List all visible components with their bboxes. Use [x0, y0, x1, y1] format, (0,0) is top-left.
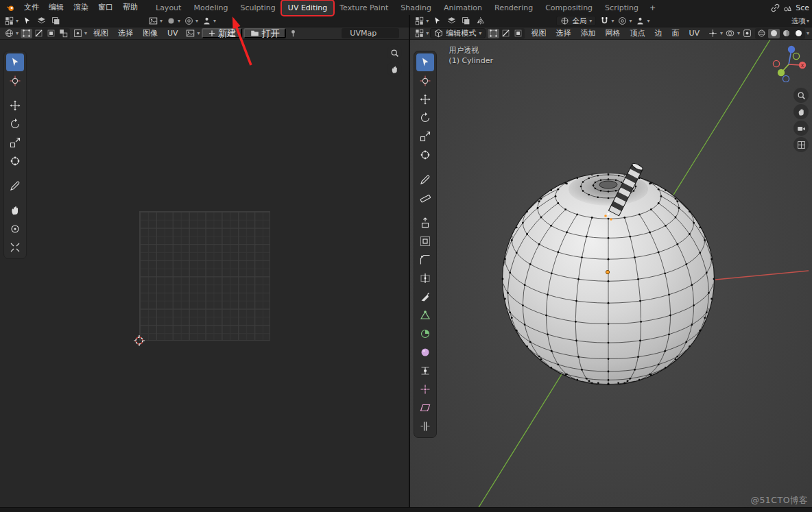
topbar-menu-文件[interactable]: 文件 — [19, 1, 44, 14]
pan-button[interactable] — [387, 62, 402, 77]
camera-view-button[interactable] — [793, 121, 809, 136]
uv-image-browse-dropdown[interactable]: ▾ — [184, 28, 200, 39]
v3d-tool-display[interactable]: ▾ — [413, 16, 429, 27]
orientation-dropdown[interactable]: 全局 ▾ — [556, 16, 596, 26]
tool-shrink-flatten[interactable] — [416, 380, 434, 398]
shading-material-button[interactable] — [780, 29, 792, 38]
vertex-select-button[interactable] — [488, 29, 499, 38]
workspace-tab-scripting[interactable]: Scripting — [599, 1, 645, 15]
open-image-button[interactable]: 打开 — [243, 28, 286, 38]
overlays-dropdown[interactable]: ▾ — [724, 28, 740, 39]
v3d-menu-边[interactable]: 边 — [649, 27, 667, 40]
tool-move[interactable] — [6, 97, 24, 114]
uv-sticky-select-dropdown[interactable]: ▾ — [71, 28, 87, 39]
workspace-tab-shading[interactable]: Shading — [394, 1, 438, 15]
v3d-layers-icon[interactable] — [445, 16, 457, 27]
tool-inset[interactable] — [416, 232, 434, 250]
shading-solid-button[interactable] — [768, 29, 780, 38]
uv-tool-display[interactable]: ▾ — [3, 16, 19, 27]
viewport-canvas[interactable]: 用户透视 (1) Cylinder X — [410, 40, 812, 507]
workspace-tab-compositing[interactable]: Compositing — [539, 1, 599, 15]
v3d-menu-顶点[interactable]: 顶点 — [625, 27, 649, 40]
mirror-icon[interactable] — [474, 16, 486, 27]
tool-bevel[interactable] — [416, 251, 434, 269]
workspace-tab-rendering[interactable]: Rendering — [488, 1, 539, 15]
proportional-toggle[interactable]: ▾ — [616, 16, 632, 27]
tool-tweak-select[interactable] — [416, 53, 434, 71]
scene-selector[interactable]: Sce — [781, 2, 809, 13]
v3d-editor-type-button[interactable]: ▾ — [413, 28, 429, 39]
face-select-button[interactable] — [512, 29, 524, 38]
zoom-button[interactable] — [387, 45, 402, 60]
tool-transform[interactable] — [6, 152, 24, 170]
show-gizmo-dropdown[interactable]: ▾ — [707, 28, 723, 39]
workspace-tab-sculpting[interactable]: Sculpting — [234, 1, 281, 15]
tool-rip[interactable] — [416, 417, 434, 435]
pan-button[interactable] — [793, 104, 809, 119]
new-image-button[interactable]: 新建 — [202, 28, 243, 38]
tool-scale[interactable] — [416, 127, 434, 145]
tool-rotate[interactable] — [6, 115, 24, 133]
uv-falloff-dropdown[interactable]: ▾ — [200, 16, 216, 27]
tool-poly-build[interactable] — [416, 306, 434, 324]
shading-dropdown-caret[interactable]: ▾ — [807, 31, 809, 36]
nav-gizmo[interactable]: X — [771, 44, 809, 82]
uv-pivot-dropdown[interactable]: ▾ — [147, 16, 163, 27]
v3d-layers2-icon[interactable] — [459, 16, 472, 27]
uv-workspace-filter-icon[interactable] — [35, 16, 47, 27]
tool-pinch[interactable] — [6, 239, 24, 256]
tool-loop-cut[interactable] — [416, 269, 434, 287]
v3d-menu-视图[interactable]: 视图 — [526, 27, 551, 40]
uv-menu-图像[interactable]: 图像 — [138, 27, 163, 40]
tool-spin[interactable] — [416, 325, 434, 343]
xray-toggle[interactable] — [741, 28, 754, 39]
topbar-menu-渲染[interactable]: 渲染 — [69, 1, 93, 14]
uvmap-name-field[interactable]: UVMap — [342, 28, 399, 38]
uv-snap-dropdown[interactable]: ▾ — [165, 16, 180, 27]
topbar-menu-窗口[interactable]: 窗口 — [93, 1, 118, 14]
shading-rendered-button[interactable] — [793, 29, 804, 38]
mode-dropdown[interactable]: 编辑模式 ▾ — [430, 28, 486, 38]
tool-measure[interactable] — [416, 189, 434, 207]
topbar-menu-编辑[interactable]: 编辑 — [44, 1, 69, 14]
uv-menu-视图[interactable]: 视图 — [88, 27, 113, 40]
uv-menu-UV[interactable]: UV — [163, 27, 183, 40]
zoom-button[interactable] — [793, 88, 809, 103]
v3d-menu-面[interactable]: 面 — [667, 27, 684, 40]
edge-select-button[interactable] — [500, 29, 512, 38]
tool-relax[interactable] — [6, 220, 24, 238]
v3d-menu-添加[interactable]: 添加 — [575, 27, 600, 40]
workspace-tab-modeling[interactable]: Modeling — [187, 1, 234, 15]
tool-transform[interactable] — [416, 146, 434, 164]
v3d-menu-UV[interactable]: UV — [684, 27, 704, 40]
tool-knife[interactable] — [416, 288, 434, 306]
workspace-tab-uv-editing[interactable]: UV Editing — [282, 1, 333, 15]
uv-select-edge-button[interactable] — [33, 29, 45, 38]
blender-logo-icon[interactable] — [3, 1, 18, 14]
uv-active-tool-icon[interactable] — [21, 16, 33, 27]
workspace-tab-layout[interactable]: Layout — [150, 1, 187, 15]
tool-cursor[interactable] — [416, 72, 434, 90]
tool-smooth[interactable] — [416, 343, 434, 361]
uv-proportional-dropdown[interactable]: ▾ — [182, 16, 198, 27]
uv-menu-选择[interactable]: 选择 — [113, 27, 138, 40]
tool-shear[interactable] — [416, 399, 434, 417]
uv-select-island-button[interactable] — [58, 29, 69, 38]
tool-edge-slide[interactable] — [416, 362, 434, 380]
add-workspace-button[interactable]: + — [645, 1, 660, 15]
tool-grab[interactable] — [6, 202, 24, 219]
workspace-tab-texture-paint[interactable]: Texture Paint — [333, 1, 394, 15]
uv-canvas[interactable] — [0, 40, 409, 507]
v3d-active-tool-icon[interactable] — [431, 16, 443, 27]
uv-2d-cursor[interactable] — [134, 335, 145, 346]
tool-annotate[interactable] — [416, 171, 434, 188]
uv-editor-type-button[interactable]: ▾ — [3, 28, 19, 39]
tool-scale[interactable] — [6, 134, 24, 151]
workspace-tab-animation[interactable]: Animation — [438, 1, 488, 15]
shading-wireframe-button[interactable] — [756, 29, 767, 38]
uv-select-face-button[interactable] — [45, 29, 57, 38]
scene-link-icon[interactable] — [769, 2, 781, 13]
v3d-menu-网格[interactable]: 网格 — [600, 27, 625, 40]
tool-annotate[interactable] — [6, 177, 24, 195]
pin-icon[interactable] — [287, 28, 300, 39]
